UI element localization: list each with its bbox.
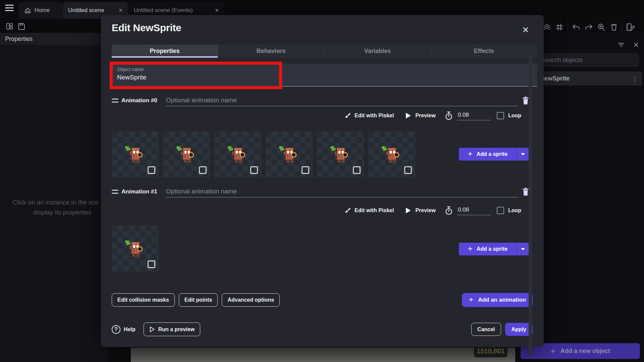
drag-handle-icon[interactable] bbox=[112, 190, 118, 194]
animation-1-name-input[interactable] bbox=[165, 186, 519, 197]
tab-home[interactable]: Home bbox=[19, 2, 62, 19]
main-menu-icon[interactable] bbox=[5, 5, 14, 11]
sprite-frame[interactable] bbox=[317, 131, 364, 177]
tab-properties[interactable]: Properties bbox=[112, 45, 218, 58]
dialog-scrollbar[interactable] bbox=[529, 53, 532, 356]
loop-label: Loop bbox=[508, 113, 521, 119]
pig-sprite-image bbox=[124, 240, 143, 257]
help-icon[interactable]: ? bbox=[112, 325, 120, 334]
animation-0-frames bbox=[112, 131, 415, 177]
animation-0-label: Animation #0 bbox=[121, 97, 157, 104]
sprite-frame[interactable] bbox=[112, 226, 159, 272]
coordinates-value: 1510,801 bbox=[477, 347, 504, 355]
add-sprite-dropdown[interactable] bbox=[517, 148, 529, 161]
toolbar-divider bbox=[568, 23, 568, 32]
hint-line-1: Click on an instance in the sce bbox=[12, 197, 101, 207]
sprite-frame[interactable] bbox=[368, 131, 415, 177]
tab-close-icon[interactable]: ✕ bbox=[118, 7, 123, 13]
frame-checkbox[interactable] bbox=[353, 166, 361, 174]
object-name-field[interactable]: Object name bbox=[112, 64, 537, 86]
frame-checkbox[interactable] bbox=[199, 166, 207, 174]
search-objects-input[interactable] bbox=[536, 53, 639, 67]
tab-variables[interactable]: Variables bbox=[324, 45, 431, 58]
toolbar-divider bbox=[622, 23, 622, 32]
frame-checkbox[interactable] bbox=[404, 166, 412, 174]
edit-scene-icon[interactable] bbox=[626, 23, 635, 32]
animation-1-toolbar: Edit with Piskel Preview Loop bbox=[112, 204, 521, 217]
save-icon[interactable] bbox=[17, 22, 25, 31]
sprite-frame[interactable] bbox=[112, 131, 159, 177]
zoom-in-icon[interactable] bbox=[597, 23, 606, 32]
dialog-title: Edit NewSprite bbox=[112, 22, 181, 34]
pig-sprite-image bbox=[330, 145, 348, 163]
properties-panel-header: Properties bbox=[0, 33, 107, 45]
cancel-button[interactable]: Cancel bbox=[471, 323, 501, 336]
sprite-frame[interactable] bbox=[266, 131, 313, 177]
add-sprite-dropdown[interactable] bbox=[517, 243, 529, 255]
tab-close-icon[interactable]: ✕ bbox=[215, 7, 219, 13]
play-icon bbox=[405, 207, 411, 214]
chevron-down-icon bbox=[521, 153, 525, 156]
dialog-close-icon[interactable]: ✕ bbox=[519, 24, 532, 36]
trash-icon[interactable] bbox=[610, 23, 618, 32]
object-name-label: Object name bbox=[117, 67, 537, 72]
panels-layout-icon[interactable] bbox=[6, 22, 13, 31]
edit-sprite-dialog: Edit NewSprite ✕ Properties Behaviors Va… bbox=[101, 15, 544, 347]
frame-checkbox[interactable] bbox=[302, 166, 309, 174]
add-animation-button[interactable]: + Add an animation bbox=[462, 293, 533, 307]
redo-icon[interactable] bbox=[584, 23, 593, 32]
undo-icon[interactable] bbox=[572, 23, 581, 32]
edit-with-piskel-button[interactable]: Edit with Piskel bbox=[355, 113, 394, 119]
sprite-frame[interactable] bbox=[163, 131, 210, 177]
animation-0-name-input[interactable] bbox=[165, 95, 519, 106]
run-preview-button[interactable]: Run a preview bbox=[144, 322, 200, 336]
hint-line-2: display its properties bbox=[12, 207, 101, 218]
advanced-options-button[interactable]: Advanced options bbox=[222, 293, 280, 307]
delete-animation-icon[interactable] bbox=[522, 187, 529, 196]
play-outline-icon bbox=[149, 326, 155, 333]
loop-checkbox[interactable] bbox=[497, 207, 504, 214]
frame-checkbox[interactable] bbox=[148, 166, 155, 174]
frame-checkbox[interactable] bbox=[148, 260, 155, 268]
sprite-frame[interactable] bbox=[214, 131, 261, 177]
layers-icon[interactable] bbox=[543, 23, 551, 32]
tab-effects[interactable]: Effects bbox=[431, 45, 537, 58]
edit-with-piskel-button[interactable]: Edit with Piskel bbox=[355, 207, 394, 214]
scene-canvas[interactable] bbox=[131, 348, 517, 362]
object-item-menu-icon[interactable]: ⋮ bbox=[632, 75, 638, 82]
help-button[interactable]: Help bbox=[124, 326, 136, 333]
animation-0-header: Animation #0 bbox=[112, 94, 529, 107]
pig-sprite-image bbox=[278, 145, 297, 163]
animation-0-toolbar: Edit with Piskel Preview Loop bbox=[112, 109, 521, 122]
objects-panel-header: ✕ bbox=[618, 41, 639, 49]
dialog-footer: ? Help Run a preview Cancel Apply bbox=[112, 322, 533, 336]
tab-events-label: Untitled scene (Events) bbox=[134, 7, 193, 14]
animation-1-label: Animation #1 bbox=[121, 188, 157, 195]
drag-handle-icon[interactable] bbox=[112, 99, 118, 103]
loop-label: Loop bbox=[508, 207, 521, 214]
brush-icon bbox=[344, 112, 352, 120]
stopwatch-icon bbox=[444, 111, 453, 120]
time-between-frames-input[interactable] bbox=[457, 206, 491, 215]
animation-1-frames bbox=[112, 226, 159, 272]
pig-sprite-image bbox=[124, 145, 143, 163]
tab-home-label: Home bbox=[35, 7, 50, 14]
delete-animation-icon[interactable] bbox=[522, 96, 529, 105]
object-name-input[interactable] bbox=[117, 74, 318, 81]
stopwatch-icon bbox=[444, 206, 453, 215]
play-icon bbox=[405, 112, 411, 119]
preview-button[interactable]: Preview bbox=[415, 113, 435, 119]
grid-icon[interactable] bbox=[555, 23, 564, 32]
filter-icon[interactable] bbox=[618, 42, 625, 48]
edit-points-button[interactable]: Edit points bbox=[179, 293, 218, 307]
frame-checkbox[interactable] bbox=[250, 166, 258, 174]
preview-button[interactable]: Preview bbox=[415, 207, 435, 214]
add-sprite-button[interactable]: + Add a sprite bbox=[459, 148, 529, 161]
edit-collision-masks-button[interactable]: Edit collision masks bbox=[112, 293, 175, 307]
tab-behaviors[interactable]: Behaviors bbox=[218, 45, 324, 58]
time-between-frames-input[interactable] bbox=[457, 111, 491, 120]
loop-checkbox[interactable] bbox=[497, 112, 504, 119]
close-panel-icon[interactable]: ✕ bbox=[633, 41, 639, 49]
add-sprite-button[interactable]: + Add a sprite bbox=[459, 243, 529, 255]
object-item-name: NewSprite bbox=[540, 75, 570, 82]
